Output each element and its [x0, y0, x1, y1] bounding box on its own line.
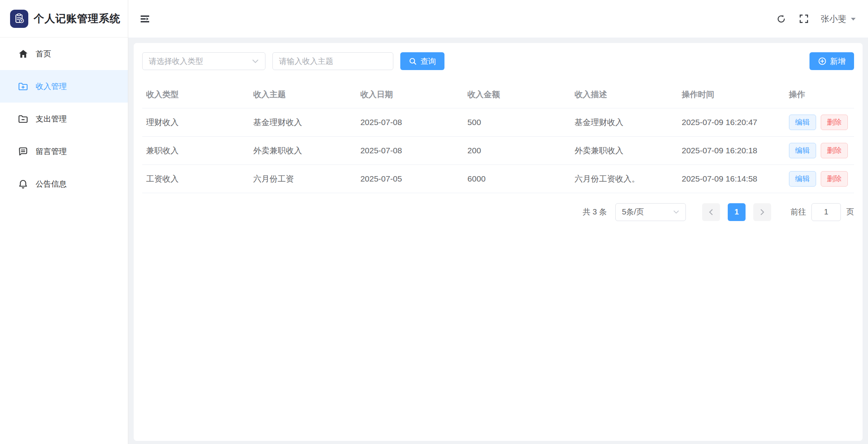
cell-income-desc: 基金理财收入 [571, 108, 678, 136]
logo-row: ¥ 个人记账管理系统 [0, 0, 128, 38]
next-page-button[interactable] [753, 203, 771, 221]
cell-operate-time: 2025-07-09 16:14:58 [678, 165, 785, 193]
cell-actions: 编辑删除 [785, 165, 854, 193]
main-area: 张小斐 请选择收入类型 [128, 0, 868, 444]
content-card: 请选择收入类型 查询 [134, 43, 863, 441]
edit-button[interactable]: 编辑 [789, 171, 816, 187]
cell-income-amount: 200 [463, 136, 570, 165]
sidebar-menu: 首页 收入管理 支出管理 [0, 38, 128, 200]
sidebar-item-label: 首页 [36, 49, 51, 59]
page-number: 1 [734, 207, 739, 216]
col-income-type: 收入类型 [142, 81, 249, 108]
username: 张小斐 [821, 13, 846, 25]
page-size-select[interactable]: 5条/页 [615, 203, 686, 221]
sidebar-item-announcements[interactable]: 公告信息 [0, 168, 128, 200]
cell-income-topic: 基金理财收入 [249, 108, 356, 136]
sidebar-item-label: 公告信息 [36, 179, 67, 189]
table-row: 兼职收入 外卖兼职收入 2025-07-08 200 外卖兼职收入 2025-0… [142, 136, 854, 165]
topbar-right: 张小斐 [776, 13, 856, 25]
edit-button[interactable]: 编辑 [789, 115, 816, 130]
bell-icon [18, 179, 28, 189]
goto-page-group: 前往 页 [790, 203, 854, 221]
cell-income-date: 2025-07-05 [356, 165, 463, 193]
income-topic-input[interactable] [279, 57, 387, 66]
filter-bar: 请选择收入类型 查询 [142, 52, 854, 70]
table-header-row: 收入类型 收入主题 收入日期 收入金额 收入描述 操作时间 操作 [142, 81, 854, 108]
chevron-right-icon [760, 209, 765, 216]
add-button[interactable]: 新增 [809, 52, 854, 70]
cell-income-type: 理财收入 [142, 108, 249, 136]
col-income-desc: 收入描述 [571, 81, 678, 108]
table-row: 工资收入 六月份工资 2025-07-05 6000 六月份工资收入。 2025… [142, 165, 854, 193]
delete-button[interactable]: 删除 [821, 115, 848, 130]
page-number-button[interactable]: 1 [728, 203, 746, 221]
chevron-down-icon [252, 59, 259, 63]
sidebar-collapse-button[interactable] [139, 13, 151, 25]
refresh-button[interactable] [776, 14, 787, 24]
content-area: 请选择收入类型 查询 [128, 38, 868, 444]
refresh-icon [776, 14, 786, 24]
income-topic-field [272, 52, 393, 70]
app-logo: ¥ [10, 10, 28, 28]
page-size-value: 5条/页 [622, 207, 644, 217]
cell-income-desc: 外卖兼职收入 [571, 136, 678, 165]
circle-plus-icon [818, 57, 827, 65]
table-row: 理财收入 基金理财收入 2025-07-08 500 基金理财收入 2025-0… [142, 108, 854, 136]
cell-income-amount: 500 [463, 108, 570, 136]
cell-income-date: 2025-07-08 [356, 136, 463, 165]
add-button-label: 新增 [830, 56, 846, 67]
cell-operate-time: 2025-07-09 16:20:47 [678, 108, 785, 136]
goto-page-input[interactable] [811, 203, 841, 221]
search-button-label: 查询 [420, 56, 436, 67]
sidebar-item-home[interactable]: 首页 [0, 38, 128, 70]
search-icon [409, 57, 417, 65]
chevron-left-icon [709, 209, 713, 216]
ledger-icon: ¥ [14, 13, 25, 24]
cell-income-desc: 六月份工资收入。 [571, 165, 678, 193]
chevron-down-icon [673, 210, 679, 214]
income-type-select-placeholder: 请选择收入类型 [149, 56, 203, 67]
delete-button[interactable]: 删除 [821, 171, 848, 187]
svg-text:¥: ¥ [21, 19, 22, 22]
cell-income-type: 工资收入 [142, 165, 249, 193]
cell-income-date: 2025-07-08 [356, 108, 463, 136]
home-icon [18, 49, 28, 59]
sidebar-item-income[interactable]: 收入管理 [0, 70, 128, 103]
income-table: 收入类型 收入主题 收入日期 收入金额 收入描述 操作时间 操作 理财收入 基金 [142, 81, 854, 193]
app-title: 个人记账管理系统 [34, 12, 121, 26]
col-actions: 操作 [785, 81, 854, 108]
app-window: ¥ 个人记账管理系统 首页 收入管理 [0, 0, 868, 444]
folder-minus-icon [18, 114, 28, 124]
prev-page-button[interactable] [702, 203, 720, 221]
cell-operate-time: 2025-07-09 16:20:18 [678, 136, 785, 165]
top-header: 张小斐 [128, 0, 868, 38]
sidebar-item-label: 留言管理 [36, 146, 67, 157]
pagination: 共 3 条 5条/页 1 [142, 203, 854, 221]
sidebar-item-label: 支出管理 [36, 114, 67, 124]
caret-down-icon [850, 17, 856, 21]
sidebar-item-expense[interactable]: 支出管理 [0, 103, 128, 135]
fullscreen-icon [799, 14, 809, 24]
sidebar-item-messages[interactable]: 留言管理 [0, 135, 128, 168]
fullscreen-button[interactable] [798, 14, 809, 24]
cell-income-topic: 外卖兼职收入 [249, 136, 356, 165]
income-type-select[interactable]: 请选择收入类型 [142, 52, 265, 70]
user-menu[interactable]: 张小斐 [821, 13, 856, 25]
sidebar-item-label: 收入管理 [36, 81, 67, 92]
folder-add-icon [18, 81, 28, 92]
cell-income-topic: 六月份工资 [249, 165, 356, 193]
col-income-date: 收入日期 [356, 81, 463, 108]
search-button[interactable]: 查询 [400, 52, 444, 70]
message-icon [18, 146, 28, 157]
delete-button[interactable]: 删除 [821, 143, 848, 158]
edit-button[interactable]: 编辑 [789, 143, 816, 158]
cell-income-type: 兼职收入 [142, 136, 249, 165]
cell-actions: 编辑删除 [785, 108, 854, 136]
collapse-menu-icon [140, 14, 150, 24]
goto-label: 前往 [790, 207, 806, 217]
pagination-total: 共 3 条 [583, 207, 607, 217]
col-income-topic: 收入主题 [249, 81, 356, 108]
sidebar: ¥ 个人记账管理系统 首页 收入管理 [0, 0, 128, 444]
cell-actions: 编辑删除 [785, 136, 854, 165]
col-operate-time: 操作时间 [678, 81, 785, 108]
